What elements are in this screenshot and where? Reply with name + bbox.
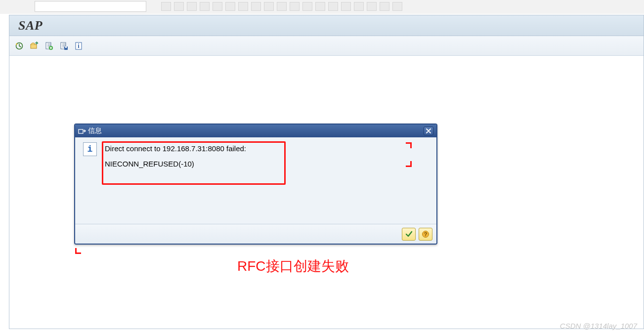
- message-line-1: Direct connect to 192.168.7.31:8080 fail…: [105, 144, 246, 153]
- toolbar-icon[interactable]: [174, 2, 184, 11]
- confirm-check-icon: [405, 230, 413, 238]
- sap-app-toolbar: i: [9, 36, 644, 56]
- save-button[interactable]: [58, 40, 70, 52]
- close-button[interactable]: [424, 126, 433, 135]
- info-icon-box: i: [83, 142, 97, 156]
- toolbar-icon[interactable]: [225, 2, 235, 11]
- svg-rect-1: [31, 44, 37, 48]
- toolbar-icon[interactable]: [251, 2, 261, 11]
- dialog-footer: ?: [75, 224, 436, 244]
- info-toolbar-button[interactable]: i: [73, 40, 85, 52]
- dialog-body: i Direct connect to 192.168.7.31:8080 fa…: [75, 137, 436, 224]
- export-icon: [78, 127, 86, 134]
- help-question-icon: ?: [422, 230, 429, 238]
- toolbar-icon[interactable]: [328, 2, 338, 11]
- toolbar-icon[interactable]: [380, 2, 389, 11]
- message-line-2: NIECONN_REFUSED(-10): [105, 160, 246, 168]
- add-page-icon: [44, 42, 53, 50]
- system-toolbar-remnant: [0, 0, 644, 14]
- toolbar-icon[interactable]: [302, 2, 312, 11]
- toolbar-icon[interactable]: [354, 2, 364, 11]
- confirm-button[interactable]: [402, 228, 416, 241]
- svg-text:?: ?: [424, 231, 428, 237]
- clock-refresh-button[interactable]: [13, 40, 25, 52]
- toolbar-icon[interactable]: [187, 2, 197, 11]
- annotation-caption: RFC接口创建失败: [237, 257, 349, 276]
- svg-rect-9: [79, 129, 83, 133]
- dialog-message: Direct connect to 192.168.7.31:8080 fail…: [104, 142, 246, 175]
- clock-refresh-icon: [15, 42, 24, 50]
- toolbar-icon[interactable]: [277, 2, 287, 11]
- dialog-titlebar[interactable]: 信息: [75, 125, 436, 137]
- save-icon: [59, 42, 68, 50]
- toolbar-icon[interactable]: [213, 2, 222, 11]
- info-dialog: 信息 i Direct connect to 192.168.7.31:8080…: [74, 124, 437, 245]
- folder-arrow-icon: [30, 42, 39, 50]
- svg-rect-6: [65, 46, 67, 48]
- toolbar-icon[interactable]: [341, 2, 351, 11]
- toolbar-icon[interactable]: [161, 2, 171, 11]
- help-button[interactable]: ?: [419, 228, 432, 241]
- toolbar-icon[interactable]: [200, 2, 210, 11]
- folder-arrow-button[interactable]: [28, 40, 40, 52]
- system-toolbar-icons: [161, 2, 402, 11]
- info-icon: i: [87, 144, 93, 154]
- info-icon: i: [74, 42, 83, 50]
- toolbar-icon[interactable]: [315, 2, 325, 11]
- command-input[interactable]: [35, 1, 146, 12]
- close-x-icon: [426, 128, 431, 133]
- toolbar-icon[interactable]: [290, 2, 300, 11]
- app-title: SAP: [18, 18, 43, 33]
- toolbar-icon[interactable]: [264, 2, 274, 11]
- toolbar-icon[interactable]: [392, 2, 402, 11]
- toolbar-icon[interactable]: [238, 2, 248, 11]
- toolbar-icon[interactable]: [367, 2, 377, 11]
- sap-title-bar: SAP: [9, 15, 644, 36]
- watermark-text: CSDN @1314lay_1007: [560, 322, 637, 330]
- dialog-title: 信息: [88, 126, 102, 135]
- add-page-button[interactable]: [43, 40, 55, 52]
